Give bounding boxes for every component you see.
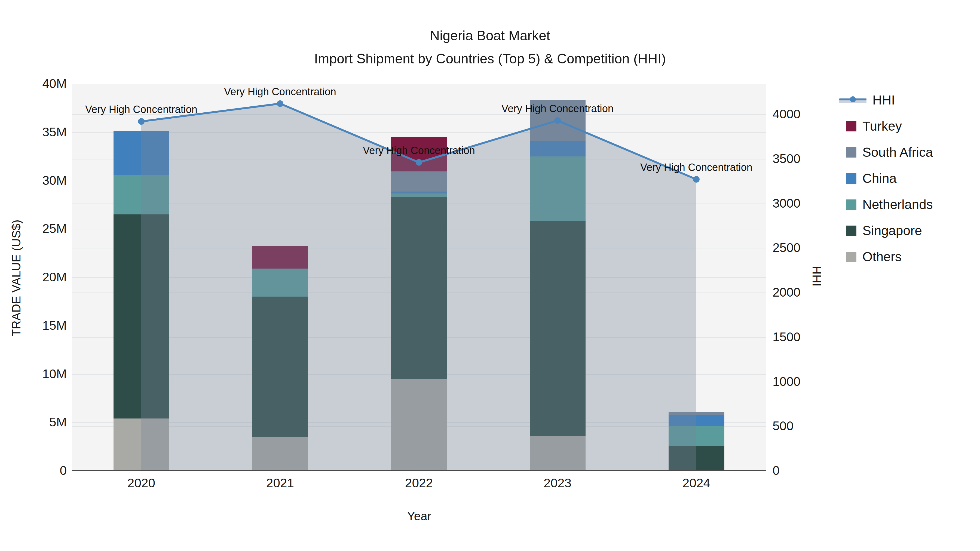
legend-item-singapore[interactable]: Singapore — [846, 223, 922, 238]
y-right-tick: 1500 — [773, 330, 800, 344]
y-right-tick: 500 — [773, 419, 794, 433]
annotation-2020: Very High Concentration — [85, 104, 197, 115]
bar-segment-singapore-2023[interactable] — [530, 221, 585, 436]
annotation-2021: Very High Concentration — [224, 86, 336, 98]
legend-item-south-africa[interactable]: South Africa — [846, 145, 933, 160]
legend-item-others[interactable]: Others — [846, 249, 902, 264]
legend-swatch-icon — [846, 225, 856, 236]
y-axis-right-title: HHI — [810, 246, 824, 306]
bar-segment-singapore-2024[interactable] — [668, 446, 724, 471]
y-right-tick: 0 — [773, 463, 780, 478]
y-left-tick: 35M — [43, 125, 67, 139]
y-right-tick: 2500 — [773, 240, 800, 255]
y-right-tick: 4000 — [773, 106, 800, 121]
legend-label: Turkey — [862, 119, 902, 133]
y-left-tick: 20M — [43, 270, 67, 284]
chart-subtitle: Import Shipment by Countries (Top 5) & C… — [0, 51, 980, 67]
bar-segment-south-africa-2022[interactable] — [391, 171, 447, 192]
bar-segment-china-2024[interactable] — [668, 415, 724, 426]
y-right-tick: 3000 — [773, 196, 800, 211]
bar-segment-others-2021[interactable] — [252, 437, 308, 471]
legend-label: China — [862, 171, 896, 186]
bar-segment-singapore-2021[interactable] — [252, 297, 308, 437]
y-right-tick: 2000 — [773, 285, 800, 300]
annotation-2024: Very High Concentration — [640, 162, 752, 173]
bar-segment-netherlands-2020[interactable] — [113, 175, 169, 214]
x-tick-2020: 2020 — [127, 476, 155, 490]
annotation-2022: Very High Concentration — [363, 145, 475, 156]
legend-label: Singapore — [862, 223, 922, 238]
bar-segment-netherlands-2022[interactable] — [391, 194, 447, 197]
bar-segment-others-2022[interactable] — [391, 379, 447, 471]
x-tick-2021: 2021 — [266, 476, 294, 490]
y-right-tick: 1000 — [773, 374, 800, 389]
legend-item-china[interactable]: China — [846, 171, 896, 186]
y-right-tick: 3500 — [773, 151, 800, 166]
bar-segment-others-2023[interactable] — [530, 436, 585, 471]
legend-label: Others — [862, 249, 902, 264]
legend-label: Netherlands — [862, 197, 933, 212]
x-tick-2023: 2023 — [544, 476, 571, 490]
bar-segment-turkey-2021[interactable] — [252, 246, 308, 268]
bar-segment-singapore-2020[interactable] — [113, 214, 169, 419]
legend-item-netherlands[interactable]: Netherlands — [846, 197, 933, 212]
legend-item-turkey[interactable]: Turkey — [846, 119, 902, 133]
x-tick-2024: 2024 — [682, 476, 710, 490]
legend-swatch-icon — [846, 147, 856, 157]
y-left-tick: 5M — [49, 415, 67, 429]
legend-swatch-icon — [846, 173, 856, 184]
bar-segment-china-2022[interactable] — [391, 192, 447, 194]
y-left-tick: 30M — [43, 173, 67, 188]
annotation-2023: Very High Concentration — [501, 103, 614, 114]
bar-segment-others-2020[interactable] — [113, 419, 169, 471]
bar-segment-singapore-2022[interactable] — [391, 197, 447, 379]
bar-segment-china-2023[interactable] — [530, 141, 585, 156]
y-left-tick: 15M — [43, 318, 67, 333]
y-left-tick: 40M — [43, 76, 67, 91]
legend-label: HHI — [872, 92, 895, 108]
y-axis-left-title: TRADE VALUE (US$) — [10, 218, 23, 338]
hhi-line-icon — [839, 95, 867, 105]
chart-figure: Nigeria Boat Market Import Shipment by C… — [0, 0, 980, 551]
y-left-tick: 10M — [43, 367, 67, 381]
gridline-trade-value — [72, 84, 766, 84]
y-left-tick: 0 — [60, 463, 67, 478]
bar-segment-netherlands-2024[interactable] — [668, 426, 724, 446]
legend-swatch-icon — [846, 121, 856, 132]
y-left-tick: 25M — [43, 221, 67, 236]
chart-title: Nigeria Boat Market — [0, 28, 980, 43]
bar-segment-netherlands-2021[interactable] — [252, 268, 308, 297]
legend-label: South Africa — [862, 145, 933, 160]
bar-segment-china-2020[interactable] — [113, 131, 169, 175]
bar-segment-netherlands-2023[interactable] — [530, 156, 585, 221]
x-axis-line — [72, 470, 766, 471]
legend-swatch-icon — [846, 200, 856, 210]
plot-area — [72, 84, 766, 471]
x-tick-2022: 2022 — [405, 476, 433, 490]
gridline-trade-value — [72, 132, 766, 133]
x-axis-title: Year — [392, 510, 447, 523]
bar-segment-south-africa-2024[interactable] — [668, 412, 724, 415]
legend-item-hhi[interactable]: HHI — [839, 92, 895, 108]
legend-swatch-icon — [846, 252, 856, 262]
